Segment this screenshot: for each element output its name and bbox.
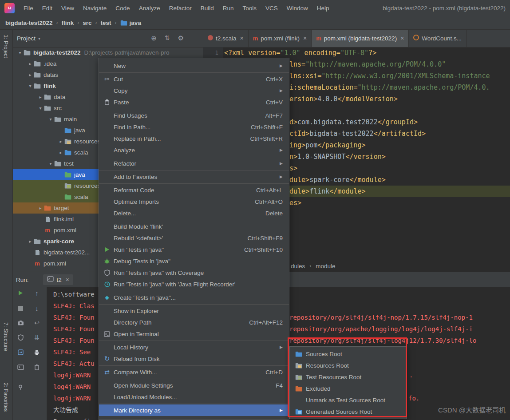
menubar-item-help[interactable]: Help <box>312 3 334 13</box>
monitor-icon[interactable] <box>16 362 25 372</box>
scroll-end-icon[interactable]: ⇊ <box>32 333 42 342</box>
tool-window-button-1-project[interactable]: 1: Project <box>3 35 9 58</box>
code-segment: lns= <box>289 60 305 68</box>
submenu-item-resources-root[interactable]: Resources Root <box>290 360 406 371</box>
context-menu-item-copy[interactable]: Copy▶ <box>99 85 289 96</box>
menubar-item-vcs[interactable]: VCS <box>261 3 282 13</box>
test-resources-folder-icon <box>64 182 72 190</box>
hide-icon[interactable]: ─ <box>192 34 196 42</box>
tool-window-button-7-structure[interactable]: 7: Structure <box>3 322 9 351</box>
console-line: log4j:WARN <box>53 381 95 392</box>
collapse-icon[interactable]: ⇅ <box>165 34 170 42</box>
stop-icon[interactable] <box>16 303 25 313</box>
tool-window-button-2-favorites[interactable]: 2: Favorites <box>3 383 9 412</box>
close-icon[interactable]: × <box>66 276 69 283</box>
up-icon[interactable]: ↑ <box>32 288 42 298</box>
context-menu-item-analyze[interactable]: Analyze▶ <box>99 144 289 156</box>
submenu-item-unmark-as-test-sources-root[interactable]: Unmark as Test Sources Root <box>290 394 406 406</box>
menubar-item-tools[interactable]: Tools <box>238 3 261 13</box>
coverage-icon[interactable] <box>16 333 25 342</box>
breadcrumb-item-src[interactable]: src <box>83 20 91 26</box>
context-menu-item-create-tests-in-java[interactable]: ◆Create 'Tests in 'java''... <box>99 292 289 303</box>
pin-icon[interactable] <box>16 383 25 392</box>
menubar-item-window[interactable]: Window <box>282 3 312 13</box>
menubar-item-edit[interactable]: Edit <box>38 3 57 13</box>
menubar-item-file[interactable]: File <box>19 3 38 13</box>
submenu-item-sources-root[interactable]: Sources Root <box>290 348 406 360</box>
context-menu-item-build-module-flink[interactable]: Build Module 'flink' <box>99 221 289 232</box>
soft-wrap-icon[interactable]: ↩ <box>32 318 42 328</box>
chevron-down-icon[interactable]: ▾ <box>38 36 40 41</box>
breadcrumb-item-flink[interactable]: flink <box>62 20 74 26</box>
console-line: SLF4J: See <box>53 346 95 358</box>
context-menu-item-open-module-settings[interactable]: Open Module SettingsF4 <box>99 380 289 391</box>
clear-icon[interactable] <box>32 362 42 372</box>
editor-tab-pom-xml-bigdata-test2022[interactable]: mpom.xml (bigdata-test2022)× <box>312 29 409 47</box>
context-menu-item-cut[interactable]: ✂CutCtrl+X <box>99 73 289 85</box>
context-menu-item-directory-path[interactable]: Directory PathCtrl+Alt+F12 <box>99 317 289 328</box>
console-line: SLF4J: Foun <box>53 323 95 335</box>
context-menu-item-debug-tests-in-java[interactable]: Debug 'Tests in 'java'' <box>99 255 289 267</box>
breadcrumb-item-java[interactable]: java <box>130 20 141 26</box>
editor-breadcrumb-item-dules[interactable]: dules <box>291 263 305 269</box>
run-tab-t2[interactable]: t2 × <box>43 274 73 285</box>
context-menu-item-compare-with[interactable]: ⇄Compare With...Ctrl+D <box>99 366 289 378</box>
close-icon[interactable]: × <box>303 35 307 42</box>
rerun-icon[interactable] <box>16 288 25 298</box>
context-menu-item-mark-directory-as[interactable]: Mark Directory as▶ <box>99 404 289 416</box>
menubar-item-analyze[interactable]: Analyze <box>134 3 165 13</box>
menubar-item-build[interactable]: Build <box>196 3 218 13</box>
context-menu-item-refactor[interactable]: Refactor▶ <box>99 158 289 169</box>
breadcrumb-item-test[interactable]: test <box>101 20 111 26</box>
menubar-item-navigate[interactable]: Navigate <box>79 3 111 13</box>
context-menu-item-run-tests-in-java-with-java-flight-recorder[interactable]: Run 'Tests in 'java'' with 'Java Flight … <box>99 278 289 290</box>
attach-icon[interactable] <box>16 347 25 357</box>
menubar-item-view[interactable]: View <box>57 3 79 13</box>
settings-icon[interactable]: ⚙ <box>178 34 184 42</box>
editor-tab-pom-xml-flink[interactable]: mpom.xml (flink)× <box>249 29 312 47</box>
submenu-item-test-resources-root[interactable]: Test Resources Root <box>290 371 406 383</box>
code-segment: 1.0-SNAPSHOT <box>297 153 345 161</box>
context-menu-item-optimize-imports[interactable]: Optimize ImportsCtrl+Alt+O <box>99 196 289 207</box>
run-tab-label: t2 <box>57 277 62 283</box>
editor-tab-t2-scala[interactable]: t2.scala× <box>203 29 249 47</box>
context-menu-item-reload-from-disk[interactable]: ↻Reload from Disk <box>99 353 289 365</box>
context-menu-item-add-to-favorites[interactable]: Add to Favorites▶ <box>99 171 289 182</box>
close-icon[interactable]: × <box>240 35 244 42</box>
tree-item-bigdata-test2022[interactable]: ▾bigdata-test2022D:\projects-path\java\m… <box>12 47 203 58</box>
context-menu-item-local-history[interactable]: Local History▶ <box>99 341 289 353</box>
context-menu-item-find-in-path[interactable]: Find in Path...Ctrl+Shift+F <box>99 121 289 133</box>
maven-icon: m <box>316 35 321 42</box>
locate-icon[interactable]: ⊕ <box>151 34 157 42</box>
context-menu-item-show-in-explorer[interactable]: Show in Explorer <box>99 305 289 317</box>
editor-tab-wordcount-s[interactable]: WordCount.s... <box>409 29 467 47</box>
context-menu-item-run-tests-in-java[interactable]: Run 'Tests in 'java''Ctrl+Shift+F10 <box>99 244 289 255</box>
create-icon: ◆ <box>103 294 111 301</box>
editor-breadcrumb-item-module[interactable]: module <box>316 263 335 269</box>
context-menu-item-new[interactable]: New▶ <box>99 60 289 71</box>
context-menu-item-load-unload-modules[interactable]: Load/Unload Modules... <box>99 391 289 403</box>
folder-icon <box>54 160 62 167</box>
submenu-item-generated-sources-root[interactable]: Generated Sources Root <box>290 406 406 417</box>
breadcrumb-item-bigdata-test2022[interactable]: bigdata-test2022 <box>5 20 53 26</box>
tree-item-label: src <box>54 105 62 111</box>
context-menu-item-find-usages[interactable]: Find UsagesAlt+F7 <box>99 110 289 121</box>
menubar-item-refactor[interactable]: Refactor <box>165 3 196 13</box>
context-menu-item-delete[interactable]: Delete...Delete <box>99 207 289 219</box>
thread-dump-icon[interactable] <box>16 318 25 328</box>
menu-bar: IJ FileEditViewNavigateCodeAnalyzeRefact… <box>0 0 510 16</box>
context-menu-item-replace-in-path[interactable]: Replace in Path...Ctrl+Shift+R <box>99 133 289 144</box>
submenu-item-excluded[interactable]: Excluded <box>290 383 406 394</box>
context-menu-item-open-in-terminal[interactable]: Open in Terminal <box>99 328 289 340</box>
menubar-item-code[interactable]: Code <box>111 3 134 13</box>
code-line[interactable]: <?xml version="1.0" encoding="UTF-8"?> <box>223 47 510 59</box>
maven-icon: m <box>33 260 41 267</box>
print-icon[interactable] <box>32 347 42 357</box>
context-menu-item-rebuild-default[interactable]: Rebuild '<default>'Ctrl+Shift+F9 <box>99 232 289 244</box>
context-menu-item-reformat-code[interactable]: Reformat CodeCtrl+Alt+L <box>99 184 289 196</box>
menubar-item-run[interactable]: Run <box>218 3 238 13</box>
context-menu-item-paste[interactable]: PasteCtrl+V <box>99 96 289 108</box>
down-icon[interactable]: ↓ <box>32 303 42 313</box>
context-menu-item-run-tests-in-java-with-coverage[interactable]: Run 'Tests in 'java'' with Coverage <box>99 267 289 278</box>
close-icon[interactable]: × <box>400 35 404 42</box>
